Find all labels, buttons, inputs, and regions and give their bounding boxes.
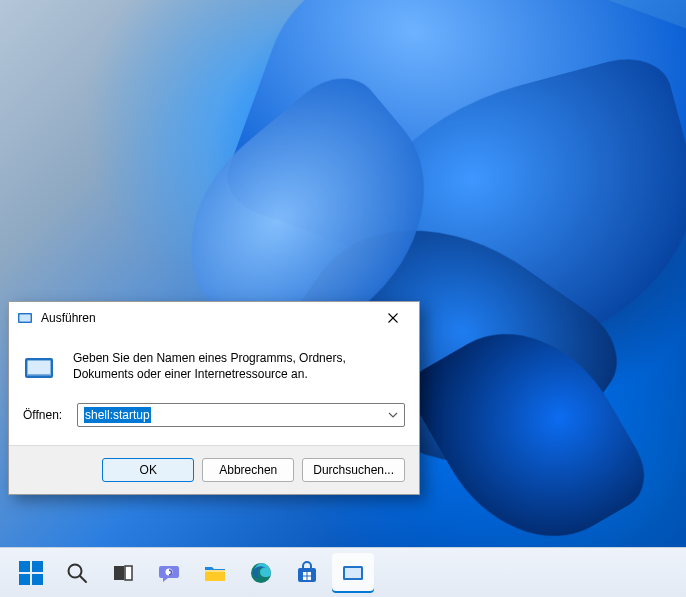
svg-rect-10 bbox=[114, 566, 124, 580]
svg-rect-17 bbox=[303, 572, 307, 576]
open-label: Öffnen: bbox=[23, 408, 67, 422]
task-view-icon bbox=[111, 561, 135, 585]
titlebar[interactable]: Ausführen bbox=[9, 302, 419, 334]
run-icon bbox=[23, 350, 59, 387]
button-bar: OK Abbrechen Durchsuchen... bbox=[9, 445, 419, 494]
edge-icon bbox=[249, 561, 273, 585]
taskbar-start[interactable] bbox=[10, 553, 52, 593]
svg-rect-19 bbox=[303, 576, 307, 580]
svg-rect-18 bbox=[308, 572, 312, 576]
dialog-description: Geben Sie den Namen eines Programms, Ord… bbox=[73, 350, 405, 387]
cancel-button[interactable]: Abbrechen bbox=[202, 458, 294, 482]
taskbar bbox=[0, 547, 686, 597]
svg-rect-16 bbox=[298, 568, 316, 582]
taskbar-store[interactable] bbox=[286, 553, 328, 593]
browse-button[interactable]: Durchsuchen... bbox=[302, 458, 405, 482]
taskbar-chat[interactable] bbox=[148, 553, 190, 593]
chat-icon bbox=[157, 561, 181, 585]
taskbar-file-explorer[interactable] bbox=[194, 553, 236, 593]
svg-rect-2 bbox=[20, 315, 31, 322]
run-icon bbox=[17, 310, 33, 326]
taskbar-task-view[interactable] bbox=[102, 553, 144, 593]
close-icon bbox=[388, 313, 398, 323]
store-icon bbox=[295, 561, 319, 585]
desktop-wallpaper bbox=[0, 0, 686, 597]
svg-rect-23 bbox=[345, 568, 361, 578]
taskbar-search[interactable] bbox=[56, 553, 98, 593]
search-icon bbox=[65, 561, 89, 585]
svg-rect-7 bbox=[28, 361, 51, 376]
svg-line-9 bbox=[80, 576, 86, 582]
close-button[interactable] bbox=[371, 304, 415, 332]
command-input[interactable] bbox=[77, 403, 405, 427]
taskbar-run[interactable] bbox=[332, 553, 374, 593]
windows-start-icon bbox=[19, 561, 43, 585]
svg-rect-11 bbox=[125, 566, 132, 580]
run-icon bbox=[341, 561, 365, 585]
taskbar-edge[interactable] bbox=[240, 553, 282, 593]
svg-rect-20 bbox=[308, 576, 312, 580]
command-combobox[interactable]: shell:startup bbox=[77, 403, 405, 427]
folder-icon bbox=[203, 561, 227, 585]
run-dialog: Ausführen Geben Sie den Namen eines Prog… bbox=[8, 301, 420, 495]
ok-button[interactable]: OK bbox=[102, 458, 194, 482]
dialog-title: Ausführen bbox=[41, 311, 371, 325]
svg-rect-14 bbox=[205, 570, 225, 572]
